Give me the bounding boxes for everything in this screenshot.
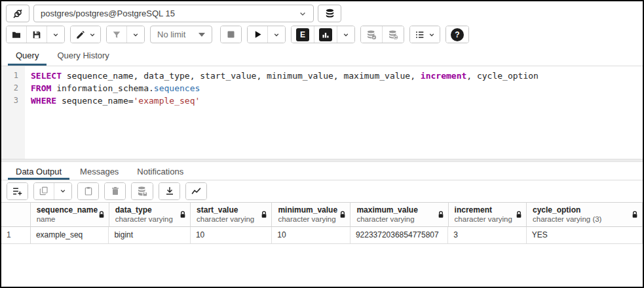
cell-cycle_option[interactable]: YES (527, 227, 643, 244)
new-connection-button[interactable] (318, 5, 341, 22)
column-name: minimum_value (278, 205, 337, 215)
macro-button[interactable] (410, 26, 440, 43)
explain-button[interactable]: E (292, 26, 314, 43)
download-icon (164, 186, 175, 196)
tab-data-output[interactable]: Data Output (8, 162, 69, 180)
help-button[interactable]: ? (446, 26, 468, 43)
sql-token-link: sequences (154, 83, 200, 93)
save-data-button[interactable] (132, 183, 153, 199)
play-icon (253, 30, 263, 39)
plug-icon (12, 8, 24, 20)
chevron-down-icon (52, 31, 59, 38)
copy-icon (39, 186, 49, 196)
column-name: maximum_value (356, 205, 434, 215)
triangle-down-icon (199, 32, 205, 37)
sql-token-id: , cycle_option (466, 71, 539, 81)
macro-list-icon (415, 30, 425, 40)
folder-icon (11, 30, 22, 40)
lock-icon (438, 211, 444, 218)
add-row-icon (12, 186, 23, 197)
connection-selector[interactable]: postgres/postgres@PostgreSQL 15 (33, 5, 314, 22)
cell-increment[interactable]: 3 (448, 227, 527, 244)
add-row-button[interactable] (7, 183, 28, 199)
explain-analyze-button[interactable] (314, 26, 337, 43)
cell-data_type[interactable]: bigint (109, 227, 190, 244)
column-header-increment[interactable]: incrementcharacter varying (449, 203, 527, 227)
column-name: cycle_option (533, 205, 629, 215)
paste-button[interactable] (78, 183, 98, 199)
code-line[interactable]: SELECT sequence_name, data_type, start_v… (31, 70, 643, 82)
filter-dropdown-button[interactable] (127, 26, 144, 43)
tab-query-history[interactable]: Query History (49, 46, 117, 66)
execute-dropdown-button[interactable] (268, 26, 285, 43)
paste-icon (83, 186, 94, 196)
download-results-button[interactable] (159, 183, 180, 199)
save-icon (31, 30, 42, 40)
sql-token-kw: FROM (31, 83, 51, 93)
sql-token-id: information_schema. (51, 83, 154, 93)
cell-start_value[interactable]: 10 (191, 227, 272, 244)
graph-visualiser-button[interactable] (186, 183, 206, 199)
chevron-down-icon (60, 188, 66, 194)
lock-icon (261, 211, 267, 218)
chevron-down-icon (132, 31, 139, 38)
copy-dropdown-button[interactable] (54, 183, 71, 199)
column-header-maximum_value[interactable]: maximum_valuecharacter varying (350, 203, 448, 227)
edit-dropdown-button[interactable] (71, 26, 100, 43)
stop-button[interactable] (221, 26, 241, 43)
column-header-sequence_name[interactable]: sequence_namename (31, 203, 109, 227)
code-line[interactable]: FROM information_schema.sequences (31, 82, 643, 94)
sql-token-kw: WHERE (31, 96, 56, 106)
help-icon: ? (451, 28, 464, 41)
column-type: character varying (3) (533, 215, 629, 224)
rollback-icon (387, 29, 399, 41)
column-type: character varying (197, 215, 258, 224)
tab-messages[interactable]: Messages (72, 162, 126, 180)
column-type: character varying (278, 215, 337, 224)
save-dropdown-button[interactable] (47, 26, 64, 43)
column-type: character varying (455, 215, 513, 224)
lock-icon (180, 211, 186, 218)
open-file-button[interactable] (7, 26, 27, 43)
column-header-start_value[interactable]: start_valuecharacter varying (191, 203, 272, 227)
connection-status-button[interactable] (6, 5, 29, 22)
graph-icon (191, 186, 202, 197)
tab-notifications[interactable]: Notifications (129, 162, 191, 180)
explain-dropdown-button[interactable] (337, 26, 354, 43)
database-icon (324, 8, 335, 19)
delete-button[interactable] (105, 183, 125, 199)
tab-query[interactable]: Query (8, 46, 47, 66)
column-header-minimum_value[interactable]: minimum_valuecharacter varying (272, 203, 350, 227)
pencil-icon (75, 30, 86, 40)
cell-sequence_name[interactable]: example_seq (31, 227, 109, 244)
results-toolbar (1, 180, 643, 202)
copy-button[interactable] (34, 183, 54, 199)
sql-token-kw: increment (421, 71, 466, 81)
sql-editor[interactable]: 123 SELECT sequence_name, data_type, sta… (1, 66, 643, 159)
delete-icon (110, 186, 121, 196)
column-header-cycle_option[interactable]: cycle_optioncharacter varying (3) (527, 203, 643, 227)
rollback-button[interactable] (383, 26, 404, 43)
row-number-cell[interactable]: 1 (1, 227, 31, 244)
execute-button[interactable] (248, 26, 268, 43)
results-grid: sequence_namename data_typecharacter var… (1, 202, 643, 244)
connection-bar: postgres/postgres@PostgreSQL 15 (1, 1, 643, 25)
line-number: 1 (1, 70, 18, 82)
stop-button-group (220, 26, 242, 43)
chevron-down-icon (343, 31, 349, 38)
lock-icon (339, 211, 346, 218)
chevron-down-icon (299, 10, 307, 18)
row-limit-select[interactable]: No limit (150, 26, 212, 43)
editor-code-area[interactable]: SELECT sequence_name, data_type, start_v… (25, 66, 643, 159)
save-button[interactable] (27, 26, 47, 43)
cell-maximum_value[interactable]: 9223372036854775807 (350, 227, 448, 244)
commit-button[interactable] (361, 26, 383, 43)
lock-icon (516, 211, 522, 218)
column-header-data_type[interactable]: data_typecharacter varying (109, 203, 191, 227)
filter-button[interactable] (107, 26, 127, 43)
cell-minimum_value[interactable]: 10 (272, 227, 350, 244)
line-number: 3 (1, 94, 18, 107)
code-line[interactable]: WHERE sequence_name='example_seq' (31, 94, 643, 107)
editor-line-gutter: 123 (1, 66, 25, 159)
chevron-down-icon (428, 31, 435, 38)
